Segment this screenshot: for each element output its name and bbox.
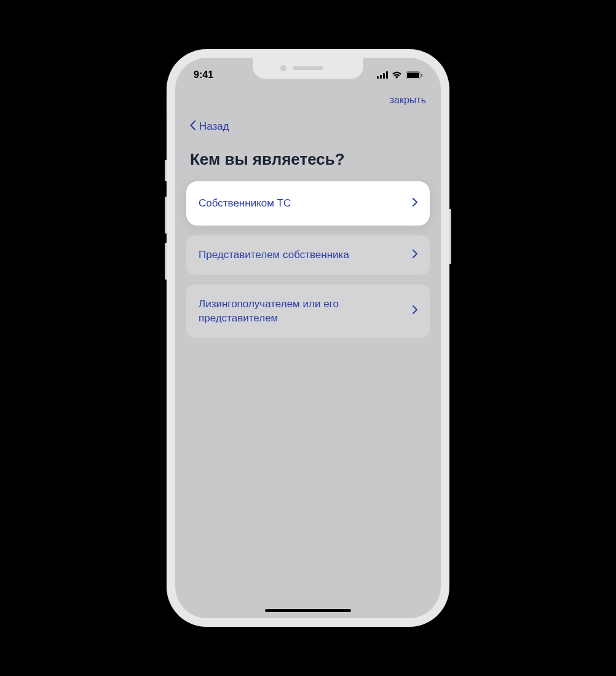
status-time: 9:41 [194, 69, 213, 81]
svg-rect-3 [386, 71, 388, 79]
options-list: Собственником ТС Представителем собствен… [175, 181, 441, 338]
option-lessee[interactable]: Лизингополучателем или его представителе… [186, 285, 430, 339]
option-owner[interactable]: Собственником ТС [186, 181, 430, 226]
wifi-icon [392, 71, 402, 79]
page-title: Кем вы являетесь? [175, 133, 441, 181]
chevron-right-icon [413, 248, 417, 262]
speaker [293, 66, 323, 70]
phone-volume-up [165, 197, 167, 234]
chevron-left-icon [190, 120, 195, 133]
svg-rect-1 [380, 75, 382, 79]
svg-rect-6 [421, 74, 422, 77]
status-indicators [377, 71, 422, 79]
close-button[interactable]: закрыть [390, 95, 426, 106]
phone-frame: 9:41 [167, 49, 449, 627]
svg-rect-2 [383, 73, 385, 79]
option-label: Представителем собственника [199, 248, 413, 262]
phone-power-button [449, 209, 451, 264]
chevron-right-icon [413, 196, 417, 211]
modal-header: закрыть [175, 87, 441, 106]
phone-volume-down [165, 243, 167, 280]
notch [253, 58, 363, 79]
battery-icon [406, 71, 422, 79]
phone-mute-switch [165, 160, 167, 181]
option-label: Лизингополучателем или его представителе… [199, 297, 413, 326]
svg-rect-5 [407, 73, 419, 78]
front-camera [280, 65, 286, 71]
back-label: Назад [199, 120, 229, 133]
back-button[interactable]: Назад [175, 106, 441, 133]
option-owner-representative[interactable]: Представителем собственника [186, 235, 430, 275]
svg-rect-0 [377, 76, 379, 79]
home-indicator[interactable] [265, 609, 351, 612]
option-label: Собственником ТС [199, 196, 413, 211]
screen: 9:41 [175, 58, 441, 618]
cellular-signal-icon [377, 71, 388, 79]
chevron-right-icon [413, 304, 417, 318]
